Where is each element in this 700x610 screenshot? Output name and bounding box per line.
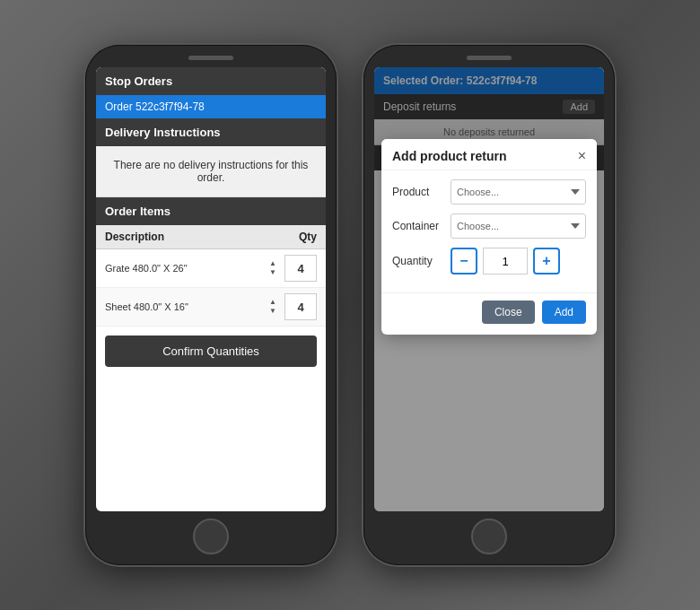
item-description: Sheet 480.0" X 16" xyxy=(105,301,267,312)
modal-footer: Close Add xyxy=(381,292,597,335)
container-select[interactable]: Choose... xyxy=(451,214,586,239)
delivery-instructions-header: Delivery Instructions xyxy=(96,118,326,146)
product-label: Product xyxy=(392,186,451,198)
stop-orders-header: Stop Orders xyxy=(96,67,326,95)
modal-overlay: Add product return × Product Choose... C… xyxy=(374,67,604,511)
phone-2: Selected Order: 522c3f7f94-78 Deposit re… xyxy=(363,45,615,565)
qty-value-1: 4 xyxy=(284,255,317,282)
qty-up-icon[interactable]: ▲ xyxy=(267,298,279,307)
modal-add-button[interactable]: Add xyxy=(542,301,586,324)
phone-screen-1: Stop Orders Order 522c3f7f94-78 Delivery… xyxy=(96,67,326,511)
delivery-message: There are no delivery instructions for t… xyxy=(96,146,326,197)
quantity-stepper: − 1 + xyxy=(451,248,560,274)
phone-screen-2: Selected Order: 522c3f7f94-78 Deposit re… xyxy=(374,67,604,511)
modal-close-icon[interactable]: × xyxy=(578,148,586,164)
quantity-row: Quantity − 1 + xyxy=(392,248,586,274)
qty-plus-button[interactable]: + xyxy=(533,248,560,274)
confirm-quantities-button[interactable]: Confirm Quantities xyxy=(105,336,317,367)
qty-number: 1 xyxy=(483,248,528,274)
home-button-1[interactable] xyxy=(193,518,229,554)
phone-speaker-1 xyxy=(188,56,233,60)
product-select[interactable]: Choose... xyxy=(451,179,586,205)
qty-down-icon[interactable]: ▼ xyxy=(267,307,279,316)
qty-stepper-1[interactable]: ▲ ▼ xyxy=(267,259,279,277)
modal-body: Product Choose... Container Choose... Qu… xyxy=(381,170,597,292)
item-description: Grate 480.0" X 26" xyxy=(105,263,267,274)
qty-stepper-2[interactable]: ▲ ▼ xyxy=(267,298,279,316)
product-row: Product Choose... xyxy=(392,179,586,205)
phone-speaker-2 xyxy=(467,56,512,60)
order-row: Sheet 480.0" X 16" ▲ ▼ 4 xyxy=(96,288,326,327)
add-product-return-modal: Add product return × Product Choose... C… xyxy=(381,139,597,335)
qty-up-icon[interactable]: ▲ xyxy=(267,259,279,268)
order-items-header: Order Items xyxy=(96,197,326,225)
container-row: Container Choose... xyxy=(392,214,586,239)
quantity-label: Quantity xyxy=(392,255,451,267)
table-header: Description Qty xyxy=(96,225,326,249)
qty-down-icon[interactable]: ▼ xyxy=(267,268,279,277)
modal-title: Add product return xyxy=(392,149,507,163)
modal-header: Add product return × xyxy=(381,139,597,170)
home-button-2[interactable] xyxy=(471,518,507,554)
col-description: Description xyxy=(105,231,164,243)
qty-value-2: 4 xyxy=(284,293,317,320)
qty-minus-button[interactable]: − xyxy=(451,248,477,274)
modal-close-button[interactable]: Close xyxy=(482,301,535,324)
order-row: Grate 480.0" X 26" ▲ ▼ 4 xyxy=(96,249,326,288)
phone-1: Stop Orders Order 522c3f7f94-78 Delivery… xyxy=(85,45,337,565)
container-label: Container xyxy=(392,220,451,232)
col-qty: Qty xyxy=(299,231,317,243)
selected-order-item[interactable]: Order 522c3f7f94-78 xyxy=(96,95,326,118)
